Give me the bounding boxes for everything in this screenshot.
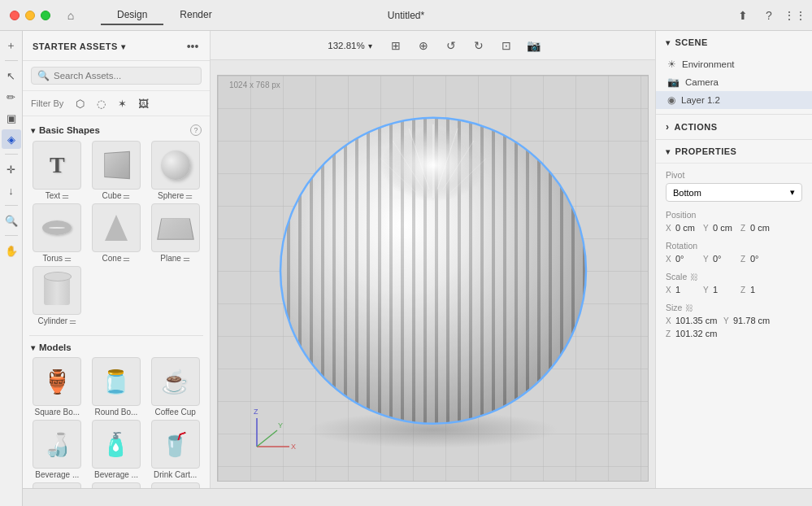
tab-design[interactable]: Design [101,6,163,25]
model-beverage-1[interactable]: 🍶 Beverage ... [29,420,85,479]
sidebar-header-actions: ••• [185,39,200,54]
asset-plane[interactable]: Plane ⚌ [147,203,203,263]
search-input[interactable] [54,71,195,81]
axes-svg: Z X Y [249,406,297,455]
window-title: Untitled* [388,10,424,21]
frame-tool-btn[interactable]: ⊞ [385,35,406,56]
model-beverage-2[interactable]: 🧴 Beverage ... [89,420,145,479]
model-label: Square Bo... [35,408,80,417]
align-tool-btn[interactable]: ⊕ [413,35,434,56]
basic-shapes-header[interactable]: Basic Shapes ? [23,121,210,141]
rotation-label: Rotation [666,241,802,251]
maximize-button[interactable] [41,11,50,20]
model-drink-cart[interactable]: 🥤 Drink Cart... [147,420,203,479]
scene-item-environment[interactable]: ☀ Environment [656,55,812,73]
help-icon[interactable]: ? [762,8,776,23]
pivot-dropdown-icon: ▾ [790,187,795,198]
size-xyz: X 101.35 cm Y 91.78 cm Z 101.32 cm [666,316,802,338]
home-button[interactable]: ⌂ [63,8,78,23]
position-x: X 0 cm [666,223,698,233]
search-box: 🔍 [31,67,202,85]
pen-tool-icon[interactable]: ✏ [2,87,21,107]
model-extra-3[interactable]: 📦 ... [147,482,203,488]
tune-icon: ⚌ [69,316,76,325]
asset-cone-thumb [92,203,141,252]
asset-cylinder-label: Cylinder ⚌ [37,316,76,325]
3d-tool-icon[interactable]: ◈ [2,129,21,149]
size-y: Y 91.78 cm [723,316,778,325]
scene-header[interactable]: SCENE [656,31,812,54]
toolbar-separator-3 [5,205,18,206]
actions-section: ACTIONS [656,115,812,140]
model-square-bottle[interactable]: 🏺 Square Bo... [29,357,85,417]
toolbar-separator [5,60,18,61]
sun-icon: ☀ [667,59,676,70]
asset-cube[interactable]: Cube ⚌ [89,141,145,200]
hand-tool-icon[interactable]: ✋ [2,241,21,260]
canvas-viewport[interactable]: 1024 x 768 px [211,60,655,488]
actions-header[interactable]: ACTIONS [656,115,812,139]
model-extra-1[interactable]: 🛍 ... [29,482,85,488]
properties-header[interactable]: PROPERTIES [656,140,812,164]
pivot-select[interactable]: Bottom ▾ [666,183,802,202]
scale-y-val: 1 [713,285,736,294]
scene-items: ☀ Environment 📷 Camera ◉ Layer 1.2 [656,54,812,114]
model-label: Drink Cart... [154,470,197,479]
model-round-bottle[interactable]: 🫙 Round Bo... [89,357,145,417]
filter-light-icon[interactable]: ✶ [114,95,130,111]
asset-sphere[interactable]: Sphere ⚌ [147,141,203,200]
scale-z-val: 1 [750,285,773,294]
asset-text-thumb: T [33,141,81,190]
menu-icon[interactable]: ⋮⋮ [788,8,802,23]
sidebar-more-icon[interactable]: ••• [185,39,200,54]
filter-shape-icon[interactable]: ⬡ [72,95,88,111]
asset-cone[interactable]: Cone ⚌ [89,203,145,263]
search-icon: 🔍 [37,70,50,81]
scene-item-camera[interactable]: 📷 Camera [656,73,812,91]
asset-text-label: Text ⚌ [46,191,69,200]
model-coffee-cup[interactable]: ☕ Coffee Cup [147,357,203,417]
asset-torus[interactable]: Torus ⚌ [29,203,85,263]
filter-material-icon[interactable]: ◌ [93,95,109,111]
right-panel: SCENE ☀ Environment 📷 Camera ◉ Layer 1.2 [655,31,812,488]
filter-label: Filter By [31,98,63,108]
tune-icon: ⚌ [64,254,72,263]
actions-expand-icon [666,121,670,133]
pivot-label: Pivot [666,170,802,180]
move-tool-icon[interactable]: ✛ [2,159,21,179]
position-xyz: X 0 cm Y 0 cm Z 0 cm [666,223,802,233]
rotate-right-btn[interactable]: ↻ [468,35,489,56]
rotate-left-btn[interactable]: ↺ [441,35,462,56]
minimize-button[interactable] [25,11,35,20]
traffic-lights [10,11,50,20]
tab-render[interactable]: Render [163,6,228,25]
close-button[interactable] [10,11,20,20]
toolbar-separator-4 [5,235,18,236]
camera-btn[interactable]: 📷 [523,35,545,56]
pivot-row: Pivot Bottom ▾ [666,170,802,202]
asset-sphere-thumb [151,141,200,190]
model-extra-2[interactable]: 🧴 ... [89,482,145,488]
position-z: Z 0 cm [740,223,773,233]
asset-cube-thumb [92,141,141,190]
tune-icon: ⚌ [62,191,69,200]
add-tool-icon[interactable]: ＋ [2,36,21,55]
filter-image-icon[interactable]: 🖼 [135,95,151,111]
zoom-display[interactable]: 132.81% [321,38,378,53]
asset-text[interactable]: T Text ⚌ [29,141,85,200]
view-btn[interactable]: ⊡ [496,35,517,56]
shape-tool-icon[interactable]: ▣ [2,108,21,128]
sidebar-dropdown-icon [121,41,126,51]
models-header[interactable]: Models [23,339,210,357]
select-tool-icon[interactable]: ↖ [2,66,21,85]
zoom-tool-icon[interactable]: 🔍 [2,211,21,230]
position-x-val: 0 cm [675,223,698,233]
section-info-icon[interactable]: ? [190,124,202,136]
rotation-x-val: 0° [675,254,698,264]
share-icon[interactable]: ⬆ [736,8,750,23]
scene-item-layer[interactable]: ◉ Layer 1.2 [656,91,812,109]
sidebar-title[interactable]: STARTER ASSETS [33,41,125,51]
props-collapse-icon [666,146,671,156]
asset-cylinder[interactable]: Cylinder ⚌ [29,266,85,325]
download-icon[interactable]: ↓ [2,181,21,200]
